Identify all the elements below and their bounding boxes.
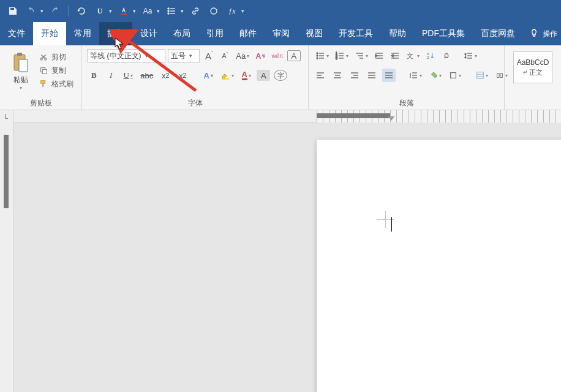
bold-button[interactable]: B — [87, 69, 100, 82]
format-painter-label: 格式刷 — [51, 79, 73, 89]
align-center-button[interactable] — [331, 69, 344, 82]
superscript-button[interactable]: x2 — [176, 69, 189, 82]
font-color-button[interactable]: A▾ — [239, 69, 253, 82]
case-dropdown-icon[interactable]: ▾ — [156, 8, 161, 14]
shading-button[interactable]: ▾ — [427, 69, 443, 82]
tab-file[interactable]: 文件 — [0, 22, 33, 45]
tab-mail[interactable]: 邮件 — [232, 22, 265, 45]
align-right-button[interactable] — [348, 69, 361, 82]
copy-button[interactable]: 复制 — [37, 64, 76, 77]
underline-dropdown-icon[interactable]: ▾ — [108, 8, 113, 14]
cut-label: 剪切 — [51, 52, 66, 62]
ruler-margin-indicator — [317, 113, 390, 118]
undo-icon[interactable] — [23, 3, 39, 19]
increase-indent-button[interactable] — [388, 49, 402, 62]
decrease-indent-button[interactable] — [372, 49, 386, 62]
paste-button[interactable] — [8, 51, 34, 74]
style-sample: AaBbCcD — [517, 58, 549, 67]
align-distributed-button[interactable] — [382, 69, 396, 82]
bullets-dropdown-icon[interactable]: ▾ — [179, 8, 185, 14]
cut-button[interactable]: 剪切 — [37, 50, 76, 64]
tab-help[interactable]: 帮助 — [381, 22, 414, 45]
font-size-combo[interactable]: 五号 ▾ — [168, 49, 200, 62]
indent-marker-icon[interactable] — [388, 116, 394, 121]
tab-developer[interactable]: 开发工具 — [331, 22, 381, 45]
line-spacing-button[interactable]: ▾ — [462, 49, 479, 62]
tab-selector-icon[interactable]: L — [0, 110, 13, 123]
svg-rect-63 — [451, 73, 456, 78]
tab-pdf[interactable]: PDF工具集 — [414, 22, 473, 45]
style-normal[interactable]: AaBbCcD ↵ 正文 — [513, 51, 552, 83]
char-shading-button[interactable]: A — [257, 70, 270, 81]
qa-customize-icon[interactable]: ▾ — [240, 8, 246, 14]
paste-dropdown-icon[interactable]: ▾ — [20, 85, 22, 91]
underline-icon[interactable]: U — [92, 3, 108, 19]
change-case-button[interactable]: Aa▾ — [234, 49, 251, 62]
tab-layout[interactable]: 布局 — [165, 22, 198, 45]
svg-rect-16 — [42, 83, 43, 87]
horizontal-ruler[interactable]: L — [0, 110, 561, 123]
tab-home[interactable]: 开始 — [33, 22, 66, 45]
save-icon[interactable] — [5, 3, 21, 19]
svg-text:3: 3 — [336, 56, 337, 60]
case-icon[interactable]: Aa — [140, 3, 156, 19]
shrink-font-button[interactable]: Aˇ — [218, 49, 232, 62]
tab-baidu[interactable]: 百度网盘 — [473, 22, 523, 45]
svg-rect-9 — [17, 53, 22, 56]
bullets-icon[interactable] — [164, 3, 179, 19]
group-styles: AaBbCcD ↵ 正文 — [505, 45, 561, 110]
tab-view[interactable]: 视图 — [298, 22, 331, 45]
qa-separator — [68, 6, 69, 17]
function-icon[interactable]: ƒx — [224, 3, 240, 19]
character-border-button[interactable]: A — [287, 50, 301, 61]
borders-button[interactable]: ▾ — [447, 69, 463, 82]
bulb-icon[interactable] — [529, 28, 539, 40]
paste-label: 粘贴 — [13, 75, 28, 85]
tab-references[interactable]: 引用 — [198, 22, 232, 45]
svg-point-6 — [168, 13, 169, 14]
strikethrough-button[interactable]: abc — [138, 69, 155, 82]
grow-font-button[interactable]: Aˆ — [202, 49, 216, 62]
vertical-ruler[interactable] — [0, 123, 13, 392]
format-painter-button[interactable]: 格式刷 — [37, 77, 76, 91]
line-spacing2-button[interactable]: ▾ — [407, 69, 424, 82]
copy-label: 复制 — [51, 66, 66, 76]
svg-rect-10 — [19, 59, 28, 72]
snap-to-grid-button[interactable]: ▾ — [474, 69, 490, 82]
bullets-button[interactable]: ▾ — [314, 49, 331, 62]
clear-formatting-button[interactable]: A↯ — [254, 49, 267, 62]
font-color-dropdown-icon[interactable]: ▾ — [132, 8, 137, 14]
underline-button[interactable]: U▾ — [121, 69, 135, 82]
undo-dropdown-icon[interactable]: ▾ — [39, 8, 45, 14]
tell-me[interactable]: 操作 — [543, 29, 557, 39]
svg-point-7 — [211, 8, 217, 14]
redo-icon[interactable] — [47, 3, 63, 19]
tab-design[interactable]: 设计 — [132, 22, 165, 45]
multilevel-list-button[interactable]: ▾ — [353, 49, 370, 62]
font-color-icon[interactable] — [116, 3, 132, 19]
link-icon[interactable] — [187, 3, 203, 19]
highlight-button[interactable]: ▾ — [219, 69, 236, 82]
sort-button[interactable]: AZ — [424, 49, 437, 62]
subscript-button[interactable]: x2 — [159, 69, 172, 82]
font-name-combo[interactable]: 等线 (中文正文) ▾ — [87, 49, 165, 62]
document-page[interactable] — [317, 140, 561, 392]
svg-point-22 — [317, 58, 318, 59]
italic-button[interactable]: I — [104, 69, 118, 82]
tab-insert[interactable]: 插入 — [99, 22, 132, 45]
tab-common[interactable]: 常用 — [66, 22, 99, 45]
chevron-down-icon: ▾ — [145, 53, 148, 59]
show-marks-button[interactable] — [440, 49, 453, 62]
circle-icon[interactable] — [206, 3, 222, 19]
refresh-icon[interactable] — [73, 3, 89, 19]
numbering-button[interactable]: 123▾ — [333, 49, 350, 62]
tab-review[interactable]: 审阅 — [265, 22, 298, 45]
phonetic-guide-button[interactable]: wén — [270, 49, 285, 62]
text-effects-button[interactable]: A▾ — [201, 69, 215, 82]
text-direction-button[interactable]: 文▾ — [404, 49, 421, 62]
enclose-char-button[interactable]: 字 — [274, 70, 287, 81]
tabs-right: 操作 — [525, 22, 561, 45]
svg-text:Z: Z — [427, 55, 429, 59]
align-justify-button[interactable] — [365, 69, 378, 82]
align-left-button[interactable] — [314, 69, 327, 82]
